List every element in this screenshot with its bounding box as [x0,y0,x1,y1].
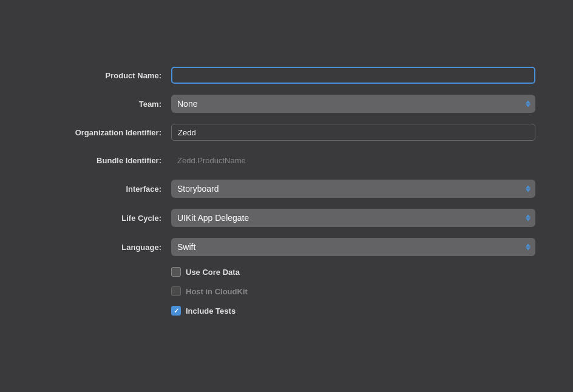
lifecycle-select-wrapper: UIKit App Delegate SwiftUI App [171,209,535,227]
interface-select-wrapper: Storyboard SwiftUI [171,180,535,198]
include-tests-wrapper[interactable]: ✓ Include Tests [171,306,236,316]
bundle-identifier-control: Zedd.ProductName [171,152,535,169]
team-control: None [171,95,535,113]
product-name-label: Product Name: [38,71,171,80]
language-label: Language: [38,243,171,252]
include-tests-checkbox[interactable]: ✓ [171,306,181,316]
product-name-row: Product Name: [38,67,535,84]
lifecycle-row: Life Cycle: UIKit App Delegate SwiftUI A… [38,209,535,227]
include-tests-row: ✓ Include Tests [38,306,535,316]
lifecycle-select[interactable]: UIKit App Delegate SwiftUI App [171,209,535,227]
use-core-data-row: Use Core Data [38,267,535,277]
lifecycle-label: Life Cycle: [38,214,171,223]
org-identifier-row: Organization Identifier: [38,124,535,141]
team-select-wrapper: None [171,95,535,113]
use-core-data-label: Use Core Data [186,268,240,277]
host-cloudkit-wrapper: Host in CloudKit [171,286,248,296]
bundle-identifier-label: Bundle Identifier: [38,156,171,165]
language-control: Swift Objective-C [171,238,535,256]
org-identifier-control [171,124,535,141]
interface-control: Storyboard SwiftUI [171,180,535,198]
product-name-input[interactable] [171,67,535,84]
host-cloudkit-row: Host in CloudKit [38,286,535,296]
team-row: Team: None [38,95,535,113]
org-identifier-label: Organization Identifier: [38,128,171,137]
interface-select[interactable]: Storyboard SwiftUI [171,180,535,198]
language-select[interactable]: Swift Objective-C [171,238,535,256]
checkmark-icon: ✓ [174,308,179,314]
team-select[interactable]: None [171,95,535,113]
host-cloudkit-checkbox [171,286,181,296]
lifecycle-control: UIKit App Delegate SwiftUI App [171,209,535,227]
bundle-identifier-row: Bundle Identifier: Zedd.ProductName [38,152,535,169]
bundle-identifier-value: Zedd.ProductName [171,152,535,169]
org-identifier-input[interactable] [171,124,535,141]
product-name-control [171,67,535,84]
use-core-data-checkbox[interactable] [171,267,181,277]
new-project-form: Product Name: Team: None Organization Id… [13,49,560,343]
language-row: Language: Swift Objective-C [38,238,535,256]
host-cloudkit-label: Host in CloudKit [186,287,248,296]
interface-row: Interface: Storyboard SwiftUI [38,180,535,198]
team-label: Team: [38,100,171,109]
interface-label: Interface: [38,184,171,194]
include-tests-label: Include Tests [186,306,236,316]
language-select-wrapper: Swift Objective-C [171,238,535,256]
use-core-data-wrapper[interactable]: Use Core Data [171,267,240,277]
